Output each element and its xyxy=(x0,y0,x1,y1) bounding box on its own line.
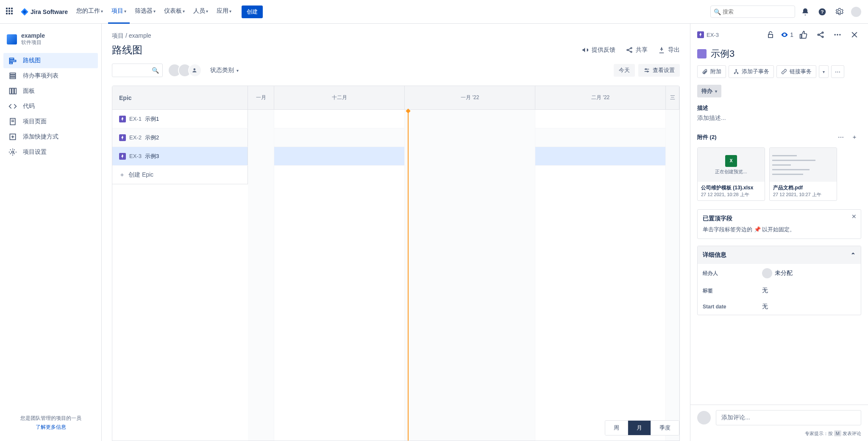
svg-line-32 xyxy=(819,33,822,34)
comment-input[interactable]: 添加评论... xyxy=(716,410,861,425)
breadcrumb-root[interactable]: 项目 xyxy=(112,32,124,39)
chevron-down-icon: ▾ xyxy=(715,89,717,94)
jira-logo[interactable]: Jira Software xyxy=(20,8,68,16)
svg-line-33 xyxy=(819,35,822,36)
sidebar-code[interactable]: 代码 xyxy=(3,99,98,114)
more-actions[interactable]: ⋯ xyxy=(831,65,844,78)
svg-line-21 xyxy=(628,48,631,50)
close-icon[interactable] xyxy=(848,28,861,42)
link-issue-button[interactable]: 链接事务 xyxy=(776,65,816,78)
help-icon[interactable]: ? xyxy=(815,5,829,19)
zoom-control: 周 月 季度 xyxy=(605,420,679,435)
lock-icon[interactable] xyxy=(764,28,777,42)
sidebar-project-settings[interactable]: 项目设置 xyxy=(3,144,98,160)
epic-row[interactable]: EX-2 示例2 xyxy=(112,128,679,147)
attach-button[interactable]: 附加 xyxy=(697,65,726,78)
attachment-card[interactable]: X正在创建预览... 公司维护模板 (13).xlsx27 12 2021, 1… xyxy=(697,147,765,201)
svg-point-18 xyxy=(627,50,628,51)
close-icon[interactable]: ✕ xyxy=(851,213,857,220)
chevron-up-icon: ⌃ xyxy=(851,252,856,258)
project-header[interactable]: example 软件项目 xyxy=(3,31,98,53)
feedback-button[interactable]: 提供反馈 xyxy=(581,46,615,54)
comment-hint: 专家提示：按 M 发表评论 xyxy=(690,430,868,441)
epic-title: 示例2 xyxy=(145,134,159,141)
sidebar-add-shortcut[interactable]: 添加快捷方式 xyxy=(3,129,98,144)
hierarchy-icon xyxy=(733,69,739,75)
chevron-down-icon: ▾ xyxy=(101,9,103,14)
details-section: 详细信息 ⌃ 经办人 未分配 标签 无 Start date 无 xyxy=(697,246,861,315)
sidebar-pages[interactable]: 项目页面 xyxy=(3,114,98,129)
top-nav: Jira Software 您的工作▾ 项目▾ 筛选器▾ 仪表板▾ 人员▾ 应用… xyxy=(0,0,868,24)
nav-projects[interactable]: 项目▾ xyxy=(108,0,130,24)
breadcrumb-current[interactable]: example xyxy=(129,32,151,39)
svg-point-35 xyxy=(837,34,838,35)
details-toggle[interactable]: 详细信息 ⌃ xyxy=(698,246,861,264)
like-icon[interactable] xyxy=(797,28,810,42)
issue-detail-panel: EX-3 1 示例3 附加 添加子事务 链接事务 xyxy=(690,24,868,441)
share-icon[interactable] xyxy=(814,28,827,42)
nav-filters[interactable]: 筛选器▾ xyxy=(131,0,159,24)
assignee-field[interactable]: 经办人 未分配 xyxy=(698,264,861,283)
board-icon xyxy=(8,87,17,95)
view-settings-button[interactable]: 查看设置 xyxy=(638,64,680,77)
svg-rect-10 xyxy=(14,88,16,94)
svg-rect-6 xyxy=(10,75,15,76)
issue-key-link[interactable]: EX-3 xyxy=(697,31,719,38)
watch-button[interactable]: 1 xyxy=(781,31,793,39)
attachment-card[interactable]: 产品文档.pdf27 12 2021, 10:27 上午 xyxy=(769,147,837,201)
add-icon xyxy=(8,133,17,141)
add-attachment-icon[interactable]: ＋ xyxy=(848,130,861,144)
zoom-quarter[interactable]: 季度 xyxy=(651,421,679,435)
notifications-icon[interactable] xyxy=(798,5,812,19)
create-button[interactable]: 创建 xyxy=(242,6,263,18)
nav-dashboards[interactable]: 仪表板▾ xyxy=(161,0,188,24)
nav-your-work[interactable]: 您的工作▾ xyxy=(73,0,106,24)
svg-rect-9 xyxy=(12,88,14,94)
roadmap-search[interactable]: 🔍 xyxy=(112,64,163,77)
profile-avatar[interactable] xyxy=(849,5,863,19)
more-icon[interactable] xyxy=(831,28,844,42)
chevron-down-icon: ▾ xyxy=(236,68,239,73)
pin-icon: 📌 xyxy=(754,226,761,233)
create-epic-button[interactable]: ＋ 创建 Epic xyxy=(112,166,248,184)
month-label: 二月 '22 xyxy=(535,86,666,109)
epic-row-selected[interactable]: EX-3 示例3 xyxy=(112,147,679,166)
description-input[interactable]: 添加描述... xyxy=(690,114,868,130)
sidebar-roadmap[interactable]: 路线图 xyxy=(3,53,98,68)
sidebar: example 软件项目 路线图 待办事项列表 面板 代码 项目页面 添加快捷方… xyxy=(0,24,102,441)
sidebar-board[interactable]: 面板 xyxy=(3,83,98,99)
epic-key: EX-2 xyxy=(129,134,142,141)
settings-icon[interactable] xyxy=(832,5,846,19)
link-dropdown[interactable]: ▾ xyxy=(819,65,829,78)
start-date-field[interactable]: Start date 无 xyxy=(698,299,861,315)
epic-row[interactable]: EX-1 示例1 xyxy=(112,110,679,128)
labels-field[interactable]: 标签 无 xyxy=(698,283,861,299)
svg-point-30 xyxy=(822,32,823,33)
nav-apps[interactable]: 应用▾ xyxy=(213,0,235,24)
svg-rect-5 xyxy=(10,73,15,74)
attachments-more-icon[interactable]: ⋯ xyxy=(834,130,848,144)
breadcrumb: 项目 / example xyxy=(112,32,680,40)
add-assignee-button[interactable] xyxy=(188,64,202,77)
xlsx-icon: X xyxy=(725,155,737,167)
attachment-name: 产品文档.pdf xyxy=(773,184,833,191)
zoom-month[interactable]: 月 xyxy=(628,421,651,435)
app-switcher-icon[interactable] xyxy=(5,7,15,17)
epic-color-swatch[interactable] xyxy=(697,49,707,58)
learn-more-link[interactable]: 了解更多信息 xyxy=(7,424,95,431)
status-filter[interactable]: 状态类别 ▾ xyxy=(207,64,242,77)
search-input[interactable] xyxy=(710,6,795,18)
svg-point-19 xyxy=(631,47,632,49)
nav-people[interactable]: 人员▾ xyxy=(190,0,211,24)
export-button[interactable]: 导出 xyxy=(658,46,680,54)
status-dropdown[interactable]: 待办▾ xyxy=(697,85,721,97)
today-button[interactable]: 今天 xyxy=(614,64,635,77)
svg-point-34 xyxy=(835,34,836,35)
add-child-button[interactable]: 添加子事务 xyxy=(729,65,774,78)
zoom-week[interactable]: 周 xyxy=(605,421,628,435)
sidebar-backlog[interactable]: 待办事项列表 xyxy=(3,68,98,83)
epic-key: EX-3 xyxy=(129,153,142,159)
share-button[interactable]: 共享 xyxy=(626,46,648,54)
svg-point-27 xyxy=(647,71,648,72)
issue-title[interactable]: 示例3 xyxy=(711,47,734,60)
